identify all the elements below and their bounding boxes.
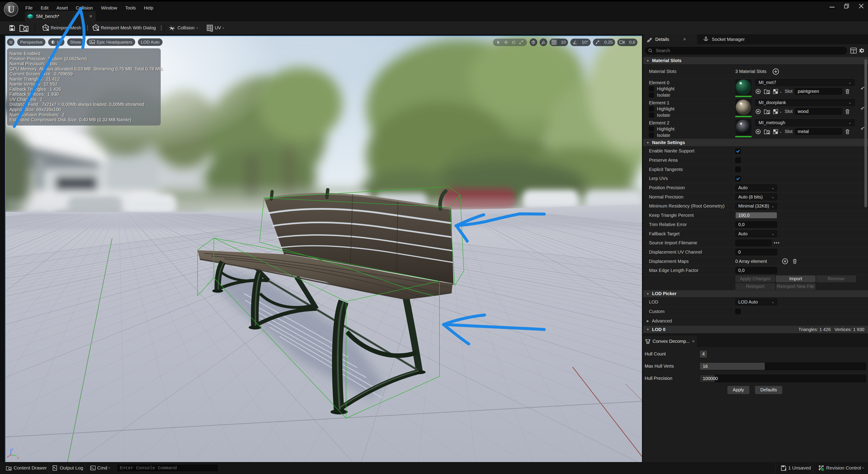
svg-text:x: x	[17, 456, 19, 460]
svg-text:z: z	[12, 447, 13, 451]
